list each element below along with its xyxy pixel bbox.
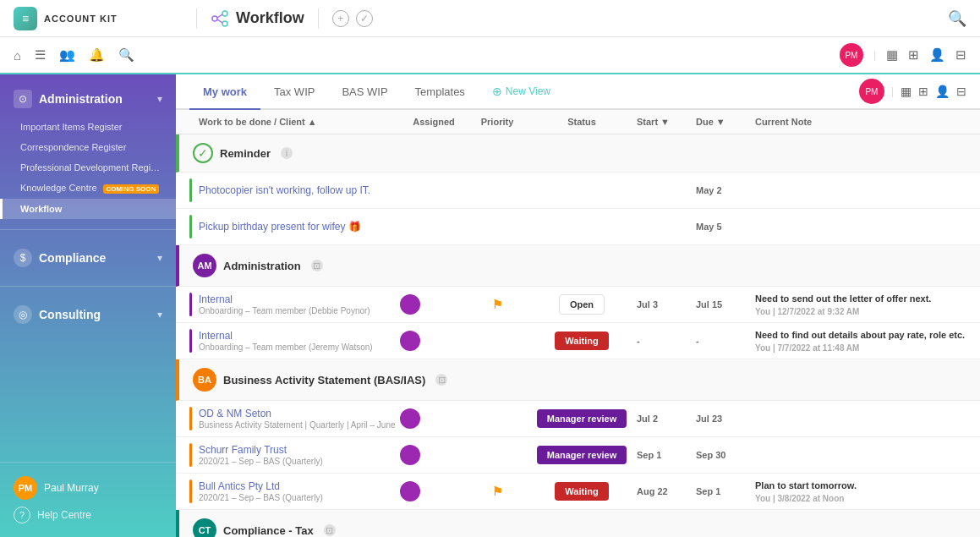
row-border (189, 329, 192, 353)
workflow-area: Workflow + ✓ (211, 8, 934, 29)
row-title[interactable]: Internal (199, 293, 400, 305)
status-badge-waiting[interactable]: Waiting (555, 482, 608, 501)
row-border (189, 293, 192, 316)
sidebar-user-avatar: PM (14, 476, 37, 500)
list-icon[interactable]: ☰ (35, 47, 46, 63)
row-start: Sep 1 (637, 450, 696, 460)
avatar-initials: PM (865, 87, 878, 96)
sidebar-bottom: PM Paul Murray ? Help Centre (0, 462, 176, 537)
person-icon[interactable]: 👤 (929, 47, 945, 63)
icon-nav-right: PM | ▦ ⊞ 👤 ⊟ (200, 43, 966, 67)
tab-templates[interactable]: Templates (402, 75, 479, 110)
sidebar-item-workflow[interactable]: Workflow (0, 199, 176, 219)
sidebar-help[interactable]: ? Help Centre (14, 503, 162, 527)
sidebar-item-knowledge[interactable]: Knowledge Centre COMING SOON (0, 178, 176, 199)
table-view-icon[interactable]: ⊟ (956, 85, 966, 98)
table-row: Internal Onboarding – Team member (Jerem… (176, 323, 980, 359)
nav-divider-2 (318, 8, 319, 29)
table-row: Bull Antics Pty Ltd 2020/21 – Sep – BAS … (176, 474, 980, 510)
col-header-priority[interactable]: Priority (468, 117, 527, 127)
sidebar-divider-2 (0, 286, 176, 287)
col-header-assigned[interactable]: Assigned (400, 117, 468, 127)
sidebar-divider-1 (0, 229, 176, 230)
col-header-start[interactable]: Start ▼ (637, 117, 696, 127)
filter-icon[interactable]: ⊞ (908, 47, 919, 63)
columns-icon[interactable]: ⊟ (955, 47, 966, 63)
bas-group-icon: ⊡ (435, 374, 447, 386)
new-view-button[interactable]: ⊕ New View (485, 81, 557, 101)
header-avatar[interactable]: PM (859, 79, 884, 104)
status-badge-open[interactable]: Open (559, 294, 605, 315)
col-header-status[interactable]: Status (527, 117, 637, 127)
tab-tax-wip[interactable]: Tax WIP (260, 75, 328, 110)
assigned-avatar (400, 331, 420, 351)
status-badge-waiting[interactable]: Waiting (555, 332, 608, 350)
add-button[interactable]: + (332, 10, 349, 27)
row-start: Jul 2 (637, 414, 696, 424)
sidebar-section-header-compliance[interactable]: $ Compliance ▾ (0, 240, 176, 276)
bas-group-title: Business Activity Statement (BAS/IAS) (223, 374, 425, 386)
ct-group-avatar: CT (193, 518, 216, 537)
row-work-info: Internal Onboarding – Team member (Debbi… (199, 293, 400, 315)
row-subtitle: 2020/21 – Sep – BAS (Quarterly) (199, 493, 400, 502)
note-meta: You | 12/7/2022 at 9:32 AM (755, 307, 966, 316)
bell-icon[interactable]: 🔔 (89, 47, 105, 63)
table-header: Work to be done / Client ▲ Assigned Prio… (176, 110, 980, 134)
compliance-icon: $ (14, 249, 32, 267)
people-icon[interactable]: 👥 (59, 47, 75, 63)
assigned-avatar (400, 408, 420, 429)
svg-line-3 (217, 14, 222, 18)
home-icon[interactable]: ⌂ (14, 48, 21, 63)
priority-flag: ⚑ (492, 298, 503, 311)
table-row: Internal Onboarding – Team member (Debbi… (176, 287, 980, 323)
grid-view-icon[interactable]: ▦ (901, 85, 912, 98)
sidebar-section-header-consulting[interactable]: ◎ Consulting ▾ (0, 297, 176, 332)
row-title[interactable]: Bull Antics Pty Ltd (199, 480, 400, 492)
status-badge-manager[interactable]: Manager review (537, 446, 627, 464)
row-due: Sep 30 (696, 450, 755, 460)
search-icon[interactable]: 🔍 (118, 47, 134, 63)
check-button[interactable]: ✓ (356, 10, 373, 27)
top-search-icon[interactable]: 🔍 (948, 9, 966, 28)
col-header-due[interactable]: Due ▼ (696, 117, 755, 127)
assigned-avatar (400, 445, 420, 465)
sidebar-user[interactable]: PM Paul Murray (14, 473, 162, 503)
row-title[interactable]: OD & NM Seton (199, 408, 400, 419)
tab-my-work[interactable]: My work (189, 75, 260, 110)
note-text: Need to send out the letter of offer nex… (755, 293, 966, 305)
admin-group-title: Administration (223, 260, 301, 272)
user-avatar[interactable]: PM (840, 43, 863, 67)
sidebar-item-professional[interactable]: Professional Development Register (0, 157, 176, 178)
row-title[interactable]: Schurr Family Trust (199, 444, 400, 456)
workflow-icon (211, 9, 229, 28)
sidebar-section-header-administration[interactable]: ⊙ Administration ▾ (0, 81, 176, 117)
sidebar-spacer (0, 339, 176, 462)
sidebar-section-compliance: $ Compliance ▾ (0, 233, 176, 282)
workflow-title: Workflow (236, 9, 304, 27)
sidebar-item-correspondence[interactable]: Correspondence Register (0, 137, 176, 157)
grid-icon[interactable]: ▦ (886, 47, 898, 63)
row-status: Manager review (527, 450, 637, 460)
table-row: Pickup birthday present for wifey 🎁 May … (176, 209, 980, 245)
filter-view-icon[interactable]: ⊞ (918, 85, 928, 98)
row-title[interactable]: Photocopier isn't working, follow up IT. (199, 184, 400, 196)
row-assigned (400, 331, 468, 351)
row-title[interactable]: Pickup birthday present for wifey 🎁 (199, 221, 400, 233)
note-text: Need to find out details about pay rate,… (755, 329, 966, 342)
person-view-icon[interactable]: 👤 (935, 85, 950, 98)
row-title[interactable]: Internal (199, 330, 400, 342)
row-status: Waiting (527, 486, 637, 496)
col-header-work[interactable]: Work to be done / Client ▲ (199, 117, 400, 127)
top-nav: ≡ ACCOUNT KIT Workflow + ✓ 🔍 (0, 0, 980, 37)
row-priority: ⚑ (468, 485, 527, 498)
logo-text: ACCOUNT KIT (44, 14, 118, 24)
tab-bas-wip[interactable]: BAS WIP (328, 75, 401, 110)
col-header-note[interactable]: Current Note (755, 117, 966, 127)
note-meta: You | 3/8/2022 at Noon (755, 494, 966, 503)
sidebar-item-important[interactable]: Important Items Register (0, 117, 176, 137)
coming-soon-badge: COMING SOON (103, 184, 160, 194)
nav-divider (196, 8, 197, 29)
row-border (189, 479, 192, 503)
status-badge-manager[interactable]: Manager review (537, 409, 627, 428)
row-border (189, 215, 192, 238)
